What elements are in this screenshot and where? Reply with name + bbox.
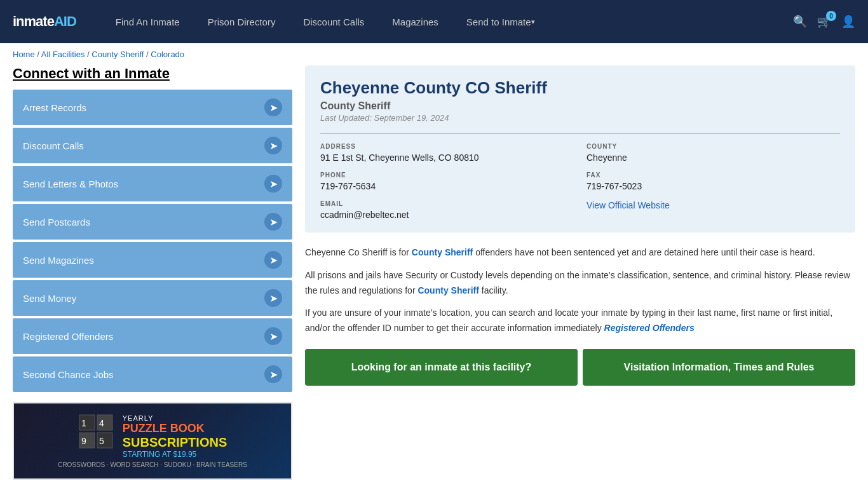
arrow-icon: ➤ (264, 289, 282, 307)
arrow-icon: ➤ (264, 137, 282, 154)
registered-offenders-link[interactable]: Registered Offenders (604, 323, 695, 333)
visitation-info-button[interactable]: Visitation Information, Times and Rules (583, 349, 855, 386)
description-p3: If you are unsure of your inmate’s locat… (305, 306, 855, 336)
address-label: ADDRESS (320, 143, 574, 150)
site-header: inmateAID Find An Inmate Prison Director… (0, 0, 868, 43)
nav-send-to-inmate[interactable]: Send to Inmate (452, 0, 549, 43)
main-layout: Connect with an Inmate Arrest Records ➤ … (0, 65, 868, 488)
ad-games: CROSSWORDS · WORD SEARCH · SUDOKU · BRAI… (58, 461, 247, 468)
phone-value: 719-767-5634 (320, 181, 574, 191)
sidebar-item-send-postcards[interactable]: Send Postcards ➤ (13, 204, 292, 240)
sidebar-item-discount-calls[interactable]: Discount Calls ➤ (13, 128, 292, 163)
breadcrumb-all-facilities[interactable]: All Facilities (41, 50, 85, 59)
sidebar: Connect with an Inmate Arrest Records ➤ … (13, 65, 292, 480)
arrow-icon: ➤ (264, 213, 282, 231)
svg-text:1: 1 (81, 418, 86, 428)
bottom-buttons: Looking for an inmate at this facility? … (305, 349, 855, 386)
user-icon[interactable]: 👤 (841, 15, 855, 29)
puzzle-icon: 1 4 9 5 (78, 414, 116, 452)
looking-for-inmate-button[interactable]: Looking for an inmate at this facility? (305, 349, 578, 386)
arrow-icon: ➤ (264, 98, 282, 116)
county-block: COUNTY Cheyenne (587, 143, 840, 163)
sidebar-item-arrest-records[interactable]: Arrest Records ➤ (13, 90, 292, 125)
fax-value: 719-767-5023 (587, 181, 840, 191)
ad-starting: STARTING AT $19.95 (123, 450, 227, 459)
facility-info-grid: ADDRESS 91 E 1st St, Cheyenne Wells, CO … (320, 133, 840, 220)
nav-find-inmate[interactable]: Find An Inmate (102, 0, 194, 43)
ad-yearly: YEARLY (123, 414, 227, 422)
phone-block: PHONE 719-767-5634 (320, 172, 574, 191)
sidebar-item-second-chance-jobs[interactable]: Second Chance Jobs ➤ (13, 356, 292, 392)
county-sheriff-link-2[interactable]: County Sheriff (417, 285, 478, 295)
search-icon[interactable]: 🔍 (793, 15, 807, 29)
email-value: ccadmin@rebeltec.net (320, 210, 574, 220)
ad-banner[interactable]: 1 4 9 5 YEARLY PUZZLE BOOK SUBSCRIPTIONS… (13, 402, 292, 480)
email-block: EMAIL ccadmin@rebeltec.net (320, 200, 574, 220)
header-icons: 🔍 🛒 0 👤 (793, 15, 855, 29)
svg-text:9: 9 (81, 436, 86, 446)
nav-prison-directory[interactable]: Prison Directory (194, 0, 290, 43)
nav-discount-calls[interactable]: Discount Calls (289, 0, 378, 43)
cart-icon[interactable]: 🛒 0 (817, 15, 831, 29)
facility-name: Cheyenne County CO Sheriff (320, 78, 840, 98)
arrow-icon: ➤ (264, 251, 282, 269)
sidebar-item-send-magazines[interactable]: Send Magazines ➤ (13, 242, 292, 278)
facility-type: County Sheriff (320, 100, 840, 112)
county-sheriff-link-1[interactable]: County Sheriff (412, 247, 473, 257)
nav-magazines[interactable]: Magazines (378, 0, 452, 43)
facility-card: Cheyenne County CO Sheriff County Sherif… (305, 65, 855, 233)
sidebar-item-send-money[interactable]: Send Money ➤ (13, 280, 292, 316)
main-nav: Find An Inmate Prison Directory Discount… (102, 0, 793, 43)
breadcrumb-state[interactable]: Colorado (151, 50, 184, 59)
breadcrumb-county-sheriff[interactable]: County Sheriff (92, 50, 144, 59)
svg-text:5: 5 (99, 436, 104, 446)
view-official-website-link[interactable]: View Official Website (587, 200, 670, 210)
cart-badge: 0 (826, 11, 836, 21)
county-label: COUNTY (587, 143, 840, 150)
svg-text:4: 4 (99, 418, 104, 428)
description-p1: Cheyenne Co Sheriff is for County Sherif… (305, 245, 855, 261)
address-value: 91 E 1st St, Cheyenne Wells, CO 80810 (320, 152, 574, 163)
facility-description: Cheyenne Co Sheriff is for County Sherif… (305, 245, 855, 336)
address-block: ADDRESS 91 E 1st St, Cheyenne Wells, CO … (320, 143, 574, 163)
fax-label: FAX (587, 172, 840, 179)
arrow-icon: ➤ (264, 175, 282, 193)
arrow-icon: ➤ (264, 327, 282, 345)
sidebar-item-registered-offenders[interactable]: Registered Offenders ➤ (13, 318, 292, 354)
sidebar-item-send-letters[interactable]: Send Letters & Photos ➤ (13, 166, 292, 201)
sidebar-title: Connect with an Inmate (13, 65, 292, 82)
logo[interactable]: inmateAID (13, 13, 76, 30)
content-area: Cheyenne County CO Sheriff County Sherif… (305, 65, 855, 480)
breadcrumb-home[interactable]: Home (13, 50, 35, 59)
email-label: EMAIL (320, 200, 574, 207)
website-block: View Official Website (587, 200, 840, 220)
ad-puzzle-book: PUZZLE BOOK (123, 422, 227, 435)
ad-subscriptions: SUBSCRIPTIONS (123, 435, 227, 450)
breadcrumb: Home / All Facilities / County Sheriff /… (0, 43, 868, 65)
arrow-icon: ➤ (264, 365, 282, 383)
phone-label: PHONE (320, 172, 574, 179)
fax-block: FAX 719-767-5023 (587, 172, 840, 191)
description-p2: All prisons and jails have Security or C… (305, 268, 855, 299)
county-value: Cheyenne (587, 152, 840, 163)
logo-text: inmateAID (13, 13, 76, 30)
facility-updated: Last Updated: September 19, 2024 (320, 113, 840, 123)
